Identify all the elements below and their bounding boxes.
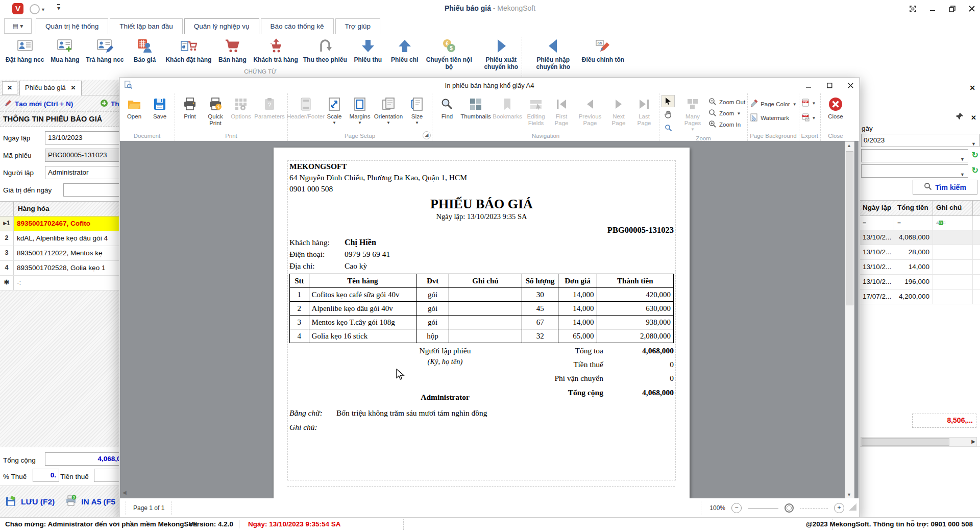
tab-close-icon[interactable]: ✕ xyxy=(71,84,76,91)
ngay-lap-input[interactable]: 13/10/2023 xyxy=(45,131,120,144)
scroll-up-icon[interactable]: ▲ xyxy=(845,143,853,148)
menu-tab-quan-ly-nghiep-vu[interactable]: Quản lý nghiệp vụ xyxy=(184,18,259,34)
editing-fields-button[interactable]: Editing Fields xyxy=(523,95,549,127)
grid-row[interactable]: 3 8935001712022, Mentos kẹ xyxy=(0,246,119,261)
zoom-slider-track[interactable] xyxy=(800,508,828,509)
zoom-in-button[interactable]: + xyxy=(834,503,844,513)
previous-page-button[interactable]: Previous Page xyxy=(574,95,606,127)
zoom-slider-track[interactable] xyxy=(748,508,778,509)
refresh-icon[interactable]: ↻ xyxy=(972,166,978,175)
fullscreen-button[interactable] xyxy=(910,6,916,12)
chevron-down-icon[interactable]: ▼ xyxy=(971,138,976,150)
zoom-in-button[interactable]: Zoom In xyxy=(708,119,745,129)
close-preview-button[interactable]: Close xyxy=(823,95,848,120)
toolbar-phieu-thu[interactable]: Phiếu thu xyxy=(350,36,386,63)
chevron-down-icon[interactable]: ▼ xyxy=(960,169,965,181)
toolbar-dat-hang-ncc[interactable]: Đặt hàng ncc xyxy=(3,36,46,63)
result-row[interactable]: 17/07/2... 4,200,000 xyxy=(860,289,980,304)
send-pdf-email-button[interactable]: PDF ▼ xyxy=(801,113,816,123)
orientation-button[interactable]: Orientation ▼ xyxy=(373,95,404,125)
print-button[interactable]: Print xyxy=(177,95,203,120)
toolbar-chuyen-tien-noi-bo[interactable]: €$ Chuyển tiền nội bộ xyxy=(423,36,475,71)
toolbar-khach-dat-hang[interactable]: Khách đặt hàng xyxy=(163,36,214,63)
create-new-button[interactable]: Tạo mới (Ctrl + N) xyxy=(4,98,73,110)
result-row[interactable]: 13/10/2... 28,000 xyxy=(860,245,980,260)
grid-row[interactable]: 2 kdAL, Alpenlibe kẹo dâu gói 4 xyxy=(0,231,119,246)
grid-row[interactable]: 4 8935001702528, Golia kẹo 1 xyxy=(0,261,119,276)
restore-button[interactable] xyxy=(949,6,955,12)
close-all-tabs-button[interactable]: ✕ xyxy=(2,81,17,95)
open-button[interactable]: Open xyxy=(121,95,147,120)
filter-combo-2[interactable]: ▼ xyxy=(861,164,968,178)
search-button[interactable]: Tìm kiếm xyxy=(913,180,977,195)
result-row[interactable]: 13/10/2... 14,000 xyxy=(860,260,980,275)
pin-icon[interactable] xyxy=(955,112,964,123)
chevron-down-icon[interactable]: ▼ xyxy=(960,154,965,165)
scale-button[interactable]: Scale ▼ xyxy=(322,95,347,125)
toolbar-mua-hang[interactable]: Mua hàng xyxy=(46,36,83,63)
size-button[interactable]: Size ▼ xyxy=(404,95,430,125)
scroll-left-icon[interactable]: ◀ xyxy=(122,490,127,495)
dialog-titlebar[interactable]: In phiếu bán hàng khổ giấy A4 xyxy=(119,78,860,94)
last-page-button[interactable]: Last Page xyxy=(631,95,657,127)
grid-row-selected[interactable]: ▸1 8935001702467, Cofito xyxy=(0,216,119,231)
zoom-out-button[interactable]: Zoom Out xyxy=(708,97,745,107)
margins-button[interactable]: Margins ▼ xyxy=(347,95,373,125)
dialog-close-button[interactable] xyxy=(848,82,853,90)
export-pdf-button[interactable]: PDF ▼ xyxy=(801,98,816,108)
many-pages-button[interactable]: Many Pages ▼ xyxy=(677,95,708,132)
toolbar-khach-tra-hang[interactable]: Khách trả hàng xyxy=(251,36,300,63)
save-button[interactable]: LƯU (F2) xyxy=(0,495,60,509)
dialog-minimize-button[interactable] xyxy=(806,82,812,90)
preview-document-area[interactable]: MEKONGSOFT 64 Nguyễn Đình Chiểu, Phường … xyxy=(120,141,859,498)
grid-new-row[interactable]: ✱ -: xyxy=(0,276,119,291)
filter-combo-1[interactable]: ▼ xyxy=(861,149,968,162)
toolbar-ban-hang[interactable]: Bán hàng xyxy=(214,36,251,63)
save-button[interactable]: Save xyxy=(147,95,173,120)
close-button[interactable] xyxy=(969,6,975,12)
preview-vertical-scrollbar[interactable]: ▲ ▼ xyxy=(845,141,854,499)
tien-thue-input[interactable] xyxy=(94,469,120,482)
filter-cell-date[interactable]: = xyxy=(860,216,894,230)
next-page-button[interactable]: Next Page xyxy=(606,95,631,127)
horizontal-scrollbar[interactable]: ▶ xyxy=(861,437,977,447)
bookmarks-button[interactable]: Bookmarks xyxy=(492,95,523,120)
scrollbar-thumb[interactable] xyxy=(862,438,949,446)
column-ngay-lap[interactable]: Ngày lập xyxy=(860,201,894,215)
column-ghi-chu[interactable]: Ghi chú xyxy=(933,201,973,215)
toolbar-phieu-xuat-chuyen-kho[interactable]: Phiếu xuất chuyển kho xyxy=(475,36,527,71)
column-tong-tien[interactable]: Tổng tiền xyxy=(894,201,933,215)
add-item-button[interactable]: Thêm xyxy=(100,98,120,110)
zoom-out-button[interactable]: − xyxy=(731,503,742,513)
ma-phieu-input[interactable]: PBG00005-131023 xyxy=(45,149,120,162)
resize-grip[interactable] xyxy=(849,503,856,511)
application-menu-button[interactable]: ▤ ▾ xyxy=(4,18,32,34)
quick-print-button[interactable]: Quick Print xyxy=(203,95,228,127)
toolbar-phieu-nhap-chuyen-kho[interactable]: Phiếu nhập chuyển kho xyxy=(527,36,579,71)
hand-tool-button[interactable] xyxy=(662,108,675,120)
dialog-maximize-button[interactable] xyxy=(827,82,832,90)
minimize-button[interactable] xyxy=(929,6,936,12)
magnifier-tool-button[interactable] xyxy=(662,122,675,134)
menu-tab-bao-cao-thong-ke[interactable]: Báo cáo thống kê xyxy=(261,18,334,34)
pointer-tool-button[interactable] xyxy=(662,95,675,107)
date-combo[interactable]: 0/2023 ▼ xyxy=(861,134,979,147)
tab-phieu-bao-gia[interactable]: Phiếu báo giá✕ xyxy=(19,81,82,95)
toolbar-thu-theo-phieu[interactable]: Thu theo phiếu xyxy=(301,36,350,63)
nguoi-lap-input[interactable]: Administrator xyxy=(45,166,120,179)
find-button[interactable]: Find xyxy=(434,95,460,120)
scroll-right-icon[interactable]: ▶ xyxy=(971,439,975,444)
menu-tab-tro-giup[interactable]: Trợ giúp xyxy=(335,18,380,34)
toolbar-tra-hang-ncc[interactable]: Trả hàng ncc xyxy=(83,36,126,63)
gia-tri-den-ngay-input[interactable] xyxy=(63,183,120,197)
panel-close-icon[interactable]: ✕ xyxy=(969,84,975,92)
scroll-down-icon[interactable]: ▼ xyxy=(845,492,853,497)
result-row[interactable]: 13/10/2... 196,000 xyxy=(860,275,980,289)
menu-tab-quan-tri-he-thong[interactable]: Quản trị hệ thống xyxy=(36,18,108,34)
header-footer-button[interactable]: Header/Footer xyxy=(290,95,322,120)
parameters-button[interactable]: ? Parameters xyxy=(254,95,285,120)
thumbnails-button[interactable]: Thumbnails xyxy=(460,95,492,120)
zoom-button[interactable]: Zoom ▼ xyxy=(708,108,745,118)
thue-pct-input[interactable]: 0. xyxy=(33,469,59,482)
toolbar-bao-gia[interactable]: Báo giá xyxy=(126,36,163,63)
